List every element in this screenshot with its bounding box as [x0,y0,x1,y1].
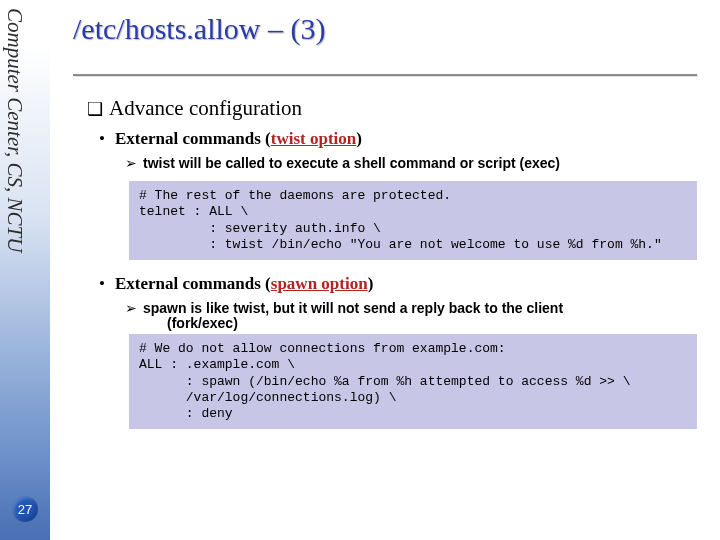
bullet-twist-prefix: External commands ( [115,129,271,148]
slide-content: /etc/hosts.allow – (3) ❑Advance configur… [65,0,705,540]
bullet-twist: •External commands (twist option) [99,129,705,149]
spawn-sub-note-2: (fork/exec) [167,315,705,331]
arrow-bullet-icon: ➢ [125,155,137,171]
spawn-option-label: spawn option [271,274,368,293]
twist-sub-text: twist will be called to execute a shell … [143,155,560,171]
spawn-sub-note: ➢spawn is like twist, but it will not se… [125,300,705,316]
bullet-dot-icon: • [99,129,105,148]
twist-option-label: twist option [271,129,356,148]
page-number-badge: 27 [12,496,38,522]
section-heading-text: Advance configuration [109,96,302,120]
bullet-twist-suffix: ) [356,129,362,148]
title-underline [73,74,697,76]
section-heading: ❑Advance configuration [87,96,705,121]
sidebar-label: Computer Center, CS, NCTU [2,8,27,252]
bullet-dot-icon: • [99,274,105,293]
arrow-bullet-icon: ➢ [125,300,137,316]
code-block-spawn: # We do not allow connections from examp… [129,334,697,429]
bullet-spawn-suffix: ) [368,274,374,293]
bullet-spawn-prefix: External commands ( [115,274,271,293]
code-block-twist: # The rest of the daemons are protected.… [129,181,697,260]
page-title: /etc/hosts.allow – (3) [73,12,705,46]
checkbox-bullet-icon: ❑ [87,98,103,120]
spawn-sub-text: spawn is like twist, but it will not sen… [143,300,563,316]
twist-sub-note: ➢twist will be called to execute a shell… [125,155,705,171]
bullet-spawn: •External commands (spawn option) [99,274,705,294]
